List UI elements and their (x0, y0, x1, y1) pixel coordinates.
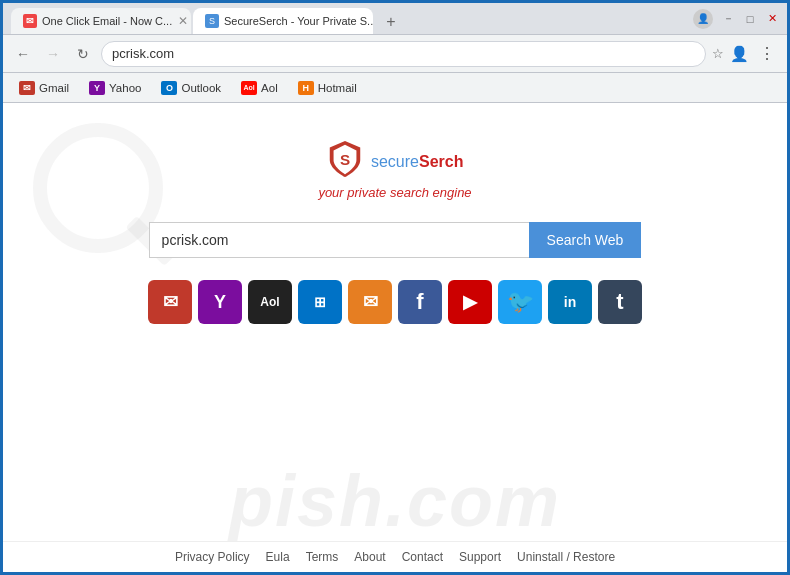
bookmark-yahoo-label: Yahoo (109, 82, 141, 94)
url-bar[interactable]: pcrisk.com (101, 41, 706, 67)
title-bar: ✉ One Click Email - Now C... ✕ S SecureS… (3, 3, 787, 35)
logo-secure-text: secure (371, 153, 419, 170)
watermark-text: pish.com (229, 460, 561, 542)
tab-favicon-2: S (205, 14, 219, 28)
bookmark-icon[interactable]: ☆ (712, 46, 724, 61)
tabs-container: ✉ One Click Email - Now C... ✕ S SecureS… (11, 3, 681, 34)
search-input[interactable] (149, 222, 529, 258)
footer-contact[interactable]: Contact (402, 550, 443, 564)
minimize-button[interactable]: － (721, 12, 735, 26)
yahoo-icon: Y (89, 81, 105, 95)
logo: S secureSerch (327, 143, 464, 183)
address-bar: ← → ↻ pcrisk.com ☆ 👤 ⋮ (3, 35, 787, 73)
hotmail-icon: H (298, 81, 314, 95)
bookmark-gmail[interactable]: ✉ Gmail (11, 79, 77, 97)
social-gmail-icon[interactable]: ✉ (148, 280, 192, 324)
footer-privacy-policy[interactable]: Privacy Policy (175, 550, 250, 564)
footer-support[interactable]: Support (459, 550, 501, 564)
social-tumblr-icon[interactable]: t (598, 280, 642, 324)
bookmark-yahoo[interactable]: Y Yahoo (81, 79, 149, 97)
tab-oneclickemail[interactable]: ✉ One Click Email - Now C... ✕ (11, 8, 191, 34)
social-email-icon[interactable]: ✉ (348, 280, 392, 324)
bookmarks-bar: ✉ Gmail Y Yahoo O Outlook Aol Aol H Hotm… (3, 73, 787, 103)
shield-logo-icon: S (327, 139, 363, 179)
social-twitter-icon[interactable]: 🐦 (498, 280, 542, 324)
bookmark-aol-label: Aol (261, 82, 278, 94)
aol-icon: Aol (241, 81, 257, 95)
url-icons: ☆ 👤 (712, 45, 749, 63)
profile-icon[interactable]: 👤 (693, 9, 713, 29)
footer-about[interactable]: About (354, 550, 385, 564)
svg-text:S: S (339, 151, 349, 168)
social-facebook-icon[interactable]: f (398, 280, 442, 324)
logo-tagline: your private search engine (318, 185, 471, 200)
bookmark-outlook-label: Outlook (181, 82, 221, 94)
outlook-icon: O (161, 81, 177, 95)
reload-button[interactable]: ↻ (71, 42, 95, 66)
bookmark-hotmail[interactable]: H Hotmail (290, 79, 365, 97)
user-profile-icon[interactable]: 👤 (730, 45, 749, 63)
back-button[interactable]: ← (11, 42, 35, 66)
search-area: Search Web (149, 222, 642, 258)
social-icons-row: ✉ Y Aol ⊞ ✉ f ▶ 🐦 in t (148, 280, 642, 324)
tab-label-1: One Click Email - Now C... (42, 15, 172, 27)
footer-uninstall[interactable]: Uninstall / Restore (517, 550, 615, 564)
bookmark-hotmail-label: Hotmail (318, 82, 357, 94)
social-outlook-icon[interactable]: ⊞ (298, 280, 342, 324)
bookmark-aol[interactable]: Aol Aol (233, 79, 286, 97)
tab-secureserch[interactable]: S SecureSerch - Your Private S... ✕ (193, 8, 373, 34)
restore-button[interactable]: □ (743, 12, 757, 26)
bookmark-gmail-label: Gmail (39, 82, 69, 94)
gmail-icon: ✉ (19, 81, 35, 95)
social-youtube-icon[interactable]: ▶ (448, 280, 492, 324)
footer-terms[interactable]: Terms (306, 550, 339, 564)
browser-frame: ✉ One Click Email - Now C... ✕ S SecureS… (0, 0, 790, 575)
footer-eula[interactable]: Eula (266, 550, 290, 564)
window-controls: 👤 － □ ✕ (689, 9, 779, 29)
social-yahoo-icon[interactable]: Y (198, 280, 242, 324)
footer: Privacy Policy Eula Terms About Contact … (3, 541, 787, 572)
search-button[interactable]: Search Web (529, 222, 642, 258)
tab-label-2: SecureSerch - Your Private S... (224, 15, 373, 27)
social-linkedin-icon[interactable]: in (548, 280, 592, 324)
new-tab-button[interactable]: + (379, 10, 403, 34)
close-button[interactable]: ✕ (765, 12, 779, 26)
social-aol-icon[interactable]: Aol (248, 280, 292, 324)
tab-close-1[interactable]: ✕ (178, 14, 188, 28)
tab-favicon-1: ✉ (23, 14, 37, 28)
page-content: pish.com S secureSerch your private sear… (3, 103, 787, 572)
menu-button[interactable]: ⋮ (755, 42, 779, 65)
forward-button[interactable]: → (41, 42, 65, 66)
bookmark-outlook[interactable]: O Outlook (153, 79, 229, 97)
logo-area: S secureSerch your private search engine (318, 143, 471, 200)
logo-serch-text: Serch (419, 153, 463, 170)
url-text: pcrisk.com (112, 46, 695, 61)
